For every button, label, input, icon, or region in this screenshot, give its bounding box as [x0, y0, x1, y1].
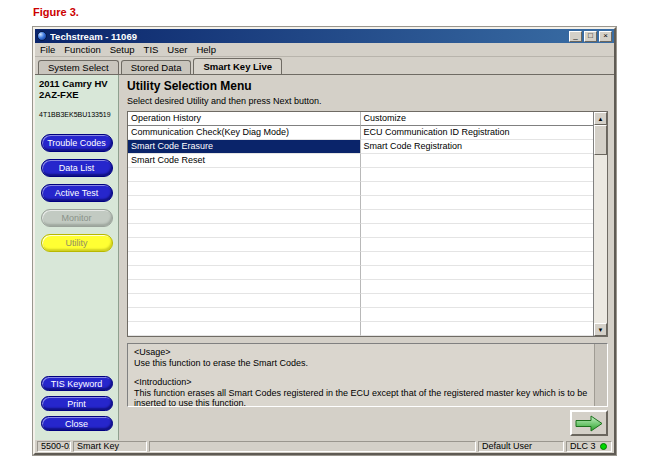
table-row[interactable]: Smart Code Reset — [128, 154, 593, 168]
scroll-down-icon[interactable]: ▼ — [594, 323, 607, 336]
table-row-empty — [128, 210, 593, 224]
table-row-empty — [128, 252, 593, 266]
maximize-button[interactable]: □ — [584, 31, 597, 42]
sidebar-button-close[interactable]: Close — [41, 416, 113, 431]
content-area: 2011 Camry HV 2AZ-FXE 4T1BB3EK5BU133519 … — [35, 74, 614, 440]
cell-operation-history — [128, 308, 361, 322]
cell-operation-history — [128, 266, 361, 280]
table-scrollbar[interactable]: ▲ ▼ — [593, 112, 607, 336]
close-button[interactable]: × — [599, 31, 612, 42]
cell-operation-history[interactable]: Smart Code Erasure — [128, 140, 361, 154]
techstream-window: Techstream - 11069 _ □ × FileFunctionSet… — [33, 27, 616, 455]
figure-label: Figure 3. — [33, 6, 79, 18]
menu-help[interactable]: Help — [196, 44, 216, 55]
table-row-empty — [128, 322, 593, 336]
tab-stored-data[interactable]: Stored Data — [121, 60, 192, 74]
scrollbar-thumb[interactable] — [594, 125, 607, 155]
next-arrow-icon — [575, 415, 603, 432]
cell-operation-history — [128, 182, 361, 196]
vehicle-model: 2011 Camry HV — [39, 78, 114, 89]
sidebar: 2011 Camry HV 2AZ-FXE 4T1BB3EK5BU133519 … — [35, 75, 119, 440]
cell-customize — [361, 224, 594, 238]
table-row-empty — [128, 266, 593, 280]
status-system: Smart Key — [73, 441, 147, 452]
vehicle-info: 2011 Camry HV 2AZ-FXE 4T1BB3EK5BU133519 — [35, 75, 118, 120]
scroll-up-icon[interactable]: ▲ — [594, 112, 607, 125]
cell-customize — [361, 210, 594, 224]
status-user: Default User — [478, 441, 564, 452]
cell-operation-history[interactable]: Communication Check(Key Diag Mode) — [128, 126, 361, 140]
cell-operation-history — [128, 252, 361, 266]
introduction-header: <Introduction> — [134, 377, 588, 388]
sidebar-button-trouble-codes[interactable]: Trouble Codes — [41, 134, 113, 152]
scrollbar-track[interactable] — [594, 125, 607, 323]
table-row-empty — [128, 196, 593, 210]
cell-operation-history[interactable]: Smart Code Reset — [128, 154, 361, 168]
sidebar-button-utility[interactable]: Utility — [41, 234, 113, 252]
sidebar-button-print[interactable]: Print — [41, 396, 113, 411]
cell-customize — [361, 154, 594, 168]
tab-system-select[interactable]: System Select — [38, 60, 119, 74]
cell-customize — [361, 308, 594, 322]
status-bar: 5500-01 Smart Key Default User DLC 3 — [35, 440, 614, 453]
cell-customize — [361, 196, 594, 210]
screenshot-root: Figure 3. Techstream - 11069 _ □ × FileF… — [0, 0, 650, 463]
table-row-empty — [128, 224, 593, 238]
cell-operation-history — [128, 294, 361, 308]
cell-customize — [361, 252, 594, 266]
cell-operation-history — [128, 238, 361, 252]
menu-setup[interactable]: Setup — [110, 44, 135, 55]
vehicle-vin: 4T1BB3EK5BU133519 — [39, 109, 114, 120]
connection-status-icon — [600, 443, 607, 450]
window-controls: _ □ × — [569, 31, 612, 42]
cell-customize — [361, 280, 594, 294]
cell-customize — [361, 294, 594, 308]
menu-file[interactable]: File — [40, 44, 55, 55]
next-button[interactable] — [570, 410, 608, 436]
menu-function[interactable]: Function — [64, 44, 100, 55]
tab-bar: System SelectStored DataSmart Key Live — [35, 57, 614, 74]
utility-table: Operation HistoryCustomizeCommunication … — [127, 111, 608, 337]
vehicle-engine: 2AZ-FXE — [39, 89, 114, 100]
column-header-customize: Customize — [361, 112, 594, 126]
table-row[interactable]: Communication Check(Key Diag Mode)ECU Co… — [128, 126, 593, 140]
tab-smart-key-live[interactable]: Smart Key Live — [193, 58, 282, 74]
status-filler — [149, 441, 476, 452]
table-row[interactable]: Smart Code ErasureSmart Code Registratio… — [128, 140, 593, 154]
main-panel: Utility Selection Menu Select desired Ut… — [119, 75, 614, 440]
cell-operation-history — [128, 168, 361, 182]
page-title: Utility Selection Menu — [127, 79, 252, 93]
status-dlc-label: DLC 3 — [570, 442, 596, 451]
sidebar-button-active-test[interactable]: Active Test — [41, 184, 113, 202]
usage-text: Use this function to erase the Smart Cod… — [134, 358, 588, 369]
table-header-row: Operation HistoryCustomize — [128, 112, 593, 126]
status-dlc: DLC 3 — [566, 441, 612, 452]
minimize-button[interactable]: _ — [569, 31, 582, 42]
titlebar: Techstream - 11069 _ □ × — [35, 29, 614, 43]
info-gap — [134, 368, 588, 377]
column-header-operation-history: Operation History — [128, 112, 361, 126]
app-icon — [37, 31, 47, 41]
cell-operation-history — [128, 224, 361, 238]
info-text: <Usage> Use this function to erase the S… — [128, 344, 594, 406]
cell-operation-history — [128, 196, 361, 210]
table-row-empty — [128, 308, 593, 322]
cell-customize — [361, 266, 594, 280]
table-row-empty — [128, 182, 593, 196]
status-screen-id: 5500-01 — [37, 441, 71, 452]
cell-customize[interactable]: Smart Code Registration — [361, 140, 594, 154]
table-row-empty — [128, 294, 593, 308]
table-row-empty — [128, 280, 593, 294]
table-row-empty — [128, 168, 593, 182]
info-panel: <Usage> Use this function to erase the S… — [127, 343, 608, 407]
info-scrollbar[interactable] — [594, 344, 607, 406]
menu-user[interactable]: User — [167, 44, 187, 55]
sidebar-button-data-list[interactable]: Data List — [41, 159, 113, 177]
cell-customize[interactable]: ECU Communication ID Registration — [361, 126, 594, 140]
menu-tis[interactable]: TIS — [144, 44, 159, 55]
sidebar-button-tis-keyword[interactable]: TIS Keyword — [41, 376, 113, 391]
cell-operation-history — [128, 210, 361, 224]
menubar: FileFunctionSetupTISUserHelp — [35, 43, 614, 57]
cell-customize — [361, 322, 594, 336]
sidebar-spacer — [35, 259, 118, 376]
